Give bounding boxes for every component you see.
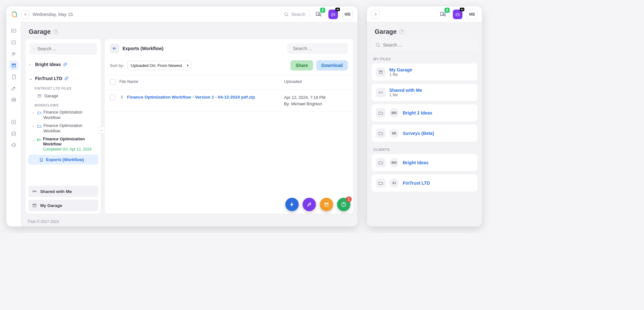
secondary-window: 2 AI MB Garage ? MY FILES My Garage bbox=[367, 6, 482, 226]
client-fintrust[interactable]: ⌄ FinTrust LTD bbox=[26, 74, 101, 83]
chat-button[interactable]: 2 bbox=[313, 9, 324, 20]
card-bright-ideas[interactable]: BR Bright Ideas bbox=[371, 154, 477, 171]
workflow-item-1[interactable]: › Finance Optimization Workflow bbox=[26, 108, 101, 122]
workflow-item-2[interactable]: › Finance Optimization Workflow bbox=[26, 122, 101, 135]
shared-with-me-link[interactable]: Shared with Me bbox=[28, 186, 98, 197]
my-garage-link[interactable]: My Garage bbox=[28, 200, 98, 211]
workflow-name: Finance Optimization Workflow bbox=[43, 110, 98, 121]
nav-rail bbox=[6, 22, 21, 226]
chat-button[interactable]: 2 bbox=[437, 9, 449, 20]
resize-handle[interactable]: ↔ bbox=[98, 127, 105, 134]
table-row[interactable]: Finance Optimization Workflow - Version … bbox=[105, 90, 353, 112]
uploaded-timestamp: Apr 12, 2024, 7:19 PM bbox=[284, 94, 348, 101]
fab-zap[interactable] bbox=[285, 198, 299, 211]
user-avatar[interactable]: MB bbox=[467, 9, 477, 20]
page-content: Garage ? › Bright Ideas bbox=[21, 22, 357, 226]
archive-icon bbox=[37, 93, 42, 98]
folder-icon bbox=[37, 124, 41, 129]
help-icon[interactable]: ? bbox=[399, 29, 404, 34]
sidebar-toggle-button[interactable] bbox=[371, 10, 380, 18]
fab-launch[interactable] bbox=[303, 198, 316, 211]
share-button[interactable]: Share bbox=[290, 60, 313, 70]
card-my-garage[interactable]: My Garage 1 file bbox=[371, 63, 477, 81]
user-avatar[interactable]: MB bbox=[342, 9, 353, 20]
folder-tree: › Bright Ideas ⌄ FinTrust LTD FINTRUST L… bbox=[26, 58, 101, 168]
nav-code[interactable] bbox=[9, 129, 19, 138]
help-icon[interactable]: ? bbox=[53, 29, 58, 34]
page-header: Garage ? bbox=[21, 22, 357, 39]
link-icon bbox=[63, 62, 67, 67]
client-bright-ideas[interactable]: › Bright Ideas bbox=[26, 60, 101, 69]
nav-people[interactable] bbox=[9, 49, 19, 59]
chat-badge: 2 bbox=[445, 8, 450, 13]
chevron-down-icon: ⌄ bbox=[29, 77, 33, 81]
nav-edit[interactable] bbox=[9, 84, 19, 93]
svg-point-0 bbox=[284, 12, 287, 15]
svg-point-2 bbox=[332, 14, 333, 15]
file-list-panel: Exports (Workflow) Sort by: Uploaded On:… bbox=[105, 39, 353, 214]
nav-library[interactable] bbox=[9, 95, 19, 105]
nav-documents[interactable] bbox=[9, 72, 19, 82]
arrow-left-icon bbox=[112, 46, 117, 51]
link-icon bbox=[64, 76, 69, 81]
card-title: FinTrust LTD bbox=[403, 181, 430, 186]
client-abbr: MI bbox=[389, 129, 399, 138]
svg-point-8 bbox=[13, 43, 13, 43]
file-link[interactable]: Finance Optimization Workflow - Version … bbox=[119, 94, 284, 100]
global-search[interactable]: Search bbox=[280, 10, 310, 19]
nav-automations[interactable] bbox=[9, 117, 19, 127]
sidebar-search[interactable] bbox=[371, 39, 477, 51]
svg-point-10 bbox=[12, 53, 14, 54]
card-shared-with-me[interactable]: Shared with Me 1 file bbox=[371, 84, 477, 101]
svg-point-14 bbox=[34, 48, 34, 49]
download-button[interactable]: Download bbox=[316, 60, 348, 70]
nav-tasks[interactable] bbox=[9, 38, 19, 47]
sidebar-toggle-button[interactable] bbox=[21, 10, 29, 18]
table-header: File Name Uploaded bbox=[105, 75, 353, 90]
card-surveys[interactable]: MI Surveys (Beta) bbox=[371, 125, 477, 142]
client-abbr: FI bbox=[389, 178, 399, 188]
file-search-input[interactable] bbox=[293, 46, 349, 51]
fab-help[interactable]: 1 bbox=[337, 198, 350, 211]
ai-assistant-button[interactable]: AI bbox=[452, 9, 463, 20]
column-file-name[interactable]: File Name bbox=[119, 79, 284, 86]
folder-open-icon bbox=[37, 137, 41, 142]
card-fintrust[interactable]: FI FinTrust LTD bbox=[371, 174, 477, 192]
topbar: Wednesday, May 15 Search 2 AI MB bbox=[6, 6, 357, 22]
chevron-right-icon: › bbox=[33, 124, 36, 128]
select-all-checkbox[interactable] bbox=[110, 79, 116, 85]
sidebar-search-input[interactable] bbox=[37, 46, 93, 51]
card-title: Bright 2 Ideas bbox=[403, 110, 432, 115]
sidebar-search-input[interactable] bbox=[383, 42, 474, 48]
svg-point-22 bbox=[376, 43, 379, 46]
file-search[interactable] bbox=[287, 43, 348, 54]
folder-icon bbox=[376, 108, 386, 118]
sidebar-search[interactable] bbox=[29, 43, 97, 55]
column-uploaded[interactable]: Uploaded bbox=[284, 79, 348, 86]
folder-icon bbox=[376, 129, 386, 138]
nav-dashboard[interactable] bbox=[9, 26, 19, 36]
help-circle-icon bbox=[341, 202, 347, 207]
workflows-section-label: WORKFLOWS bbox=[26, 100, 101, 108]
workflow-item-3[interactable]: ⌄ Finance Optimization Workflow Complete… bbox=[26, 135, 101, 153]
app-logo[interactable] bbox=[11, 11, 18, 18]
file-name: Finance Optimization Workflow - Version … bbox=[127, 95, 255, 100]
rocket-icon bbox=[306, 202, 312, 207]
card-bright-2-ideas[interactable]: BR Bright 2 Ideas bbox=[371, 104, 477, 122]
back-button[interactable] bbox=[110, 44, 119, 53]
nav-extensions[interactable] bbox=[9, 140, 19, 150]
card-subtitle: 1 file bbox=[389, 72, 412, 77]
nav-garage[interactable] bbox=[9, 61, 19, 70]
global-search-placeholder: Search bbox=[291, 12, 305, 17]
svg-point-18 bbox=[343, 205, 344, 206]
svg-point-3 bbox=[333, 14, 334, 15]
sort-select[interactable]: Uploaded On: From Newest bbox=[127, 61, 191, 70]
row-checkbox[interactable] bbox=[110, 94, 116, 100]
fab-archive[interactable] bbox=[320, 198, 333, 211]
main-window: Wednesday, May 15 Search 2 AI MB bbox=[6, 6, 357, 226]
ai-assistant-button[interactable]: AI bbox=[327, 9, 339, 20]
svg-point-6 bbox=[13, 42, 13, 42]
chevron-right-icon: › bbox=[33, 111, 36, 114]
exports-workflow-item[interactable]: Exports (Workflow) bbox=[28, 155, 98, 165]
garage-folder[interactable]: Garage bbox=[26, 92, 101, 100]
